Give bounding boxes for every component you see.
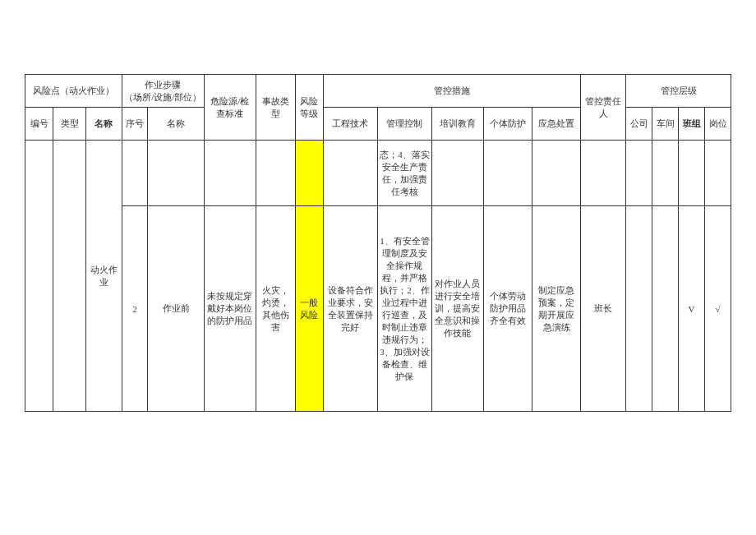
header-company: 公司 bbox=[626, 108, 652, 141]
header-accident-type: 事故类型 bbox=[256, 75, 295, 141]
cell-risk-empty bbox=[295, 141, 323, 206]
cell-step-name: 作业前 bbox=[148, 206, 204, 412]
header-responsible: 管控责任人 bbox=[581, 75, 626, 141]
risk-assessment-table: 风险点（动火作业） 作业步骤 （场所/设施/部位） 危险源/检查标准 事故类型 … bbox=[25, 74, 731, 412]
cell-team: V bbox=[679, 206, 705, 412]
header-management: 管理控制 bbox=[377, 108, 431, 141]
cell-post: √ bbox=[705, 206, 731, 412]
header-workshop: 车间 bbox=[652, 108, 679, 141]
cell-post-empty bbox=[705, 141, 731, 206]
header-step-name: 名称 bbox=[148, 108, 204, 141]
cell-workshop-empty bbox=[652, 141, 679, 206]
cell-seq: 2 bbox=[122, 206, 148, 412]
cell-id-empty bbox=[25, 141, 53, 412]
cell-train-empty bbox=[432, 141, 484, 206]
table-header-row-1: 风险点（动火作业） 作业步骤 （场所/设施/部位） 危险源/检查标准 事故类型 … bbox=[25, 75, 731, 108]
header-risk-level: 风险等级 bbox=[295, 75, 323, 141]
cell-hazard: 未按规定穿戴好本岗位的防护用品 bbox=[204, 206, 256, 412]
table-row-partial: 动火作业 态；4、落实安全生产责任，加强责任考核 bbox=[25, 141, 731, 206]
cell-company-empty bbox=[626, 141, 652, 206]
cell-risk-level: 一般风险 bbox=[295, 206, 323, 412]
header-hazard: 危险源/检查标准 bbox=[204, 75, 256, 141]
cell-ppe-empty bbox=[483, 141, 532, 206]
table-row-main: 2 作业前 未按规定穿戴好本岗位的防护用品 火灾，灼烫，其他伤害 一般风险 设备… bbox=[25, 206, 731, 412]
header-engineering: 工程技术 bbox=[323, 108, 377, 141]
cell-accident-empty bbox=[256, 141, 295, 206]
cell-type-empty bbox=[53, 141, 86, 412]
header-name: 名称 bbox=[86, 108, 122, 141]
cell-management: 1、有安全管理制度及安全操作规程，并严格执行；2、作业过程中进行巡查，及时制止违… bbox=[377, 206, 431, 412]
cell-name: 动火作业 bbox=[86, 141, 122, 412]
header-ppe: 个体防护 bbox=[483, 108, 532, 141]
cell-seq-empty bbox=[122, 141, 148, 206]
header-training: 培训教育 bbox=[432, 108, 484, 141]
cell-company bbox=[626, 206, 652, 412]
header-control-level: 管控层级 bbox=[626, 75, 731, 108]
header-post: 岗位 bbox=[705, 108, 731, 141]
header-id: 编号 bbox=[25, 108, 53, 141]
cell-stepname-empty bbox=[148, 141, 204, 206]
cell-emergency: 制定应急预案，定期开展应急演练 bbox=[532, 206, 581, 412]
cell-engineering: 设备符合作业要求，安全装置保持完好 bbox=[323, 206, 377, 412]
cell-workshop bbox=[652, 206, 679, 412]
cell-eng-empty bbox=[323, 141, 377, 206]
header-control-measures: 管控措施 bbox=[323, 75, 581, 108]
header-seq: 序号 bbox=[122, 108, 148, 141]
header-type: 类型 bbox=[53, 108, 86, 141]
cell-responsible: 班长 bbox=[581, 206, 626, 412]
cell-hazard-empty bbox=[204, 141, 256, 206]
header-step-group: 作业步骤 （场所/设施/部位） bbox=[122, 75, 204, 108]
header-risk-point: 风险点（动火作业） bbox=[25, 75, 122, 108]
header-emergency: 应急处置 bbox=[532, 108, 581, 141]
cell-accident-type: 火灾，灼烫，其他伤害 bbox=[256, 206, 295, 412]
cell-training: 对作业人员进行安全培训，提高安全意识和操作技能 bbox=[432, 206, 484, 412]
cell-mgmt-partial: 态；4、落实安全生产责任，加强责任考核 bbox=[377, 141, 431, 206]
cell-ppe: 个体劳动防护用品齐全有效 bbox=[483, 206, 532, 412]
header-team: 班组 bbox=[679, 108, 705, 141]
cell-resp-empty bbox=[581, 141, 626, 206]
cell-emerg-empty bbox=[532, 141, 581, 206]
cell-team-empty bbox=[679, 141, 705, 206]
